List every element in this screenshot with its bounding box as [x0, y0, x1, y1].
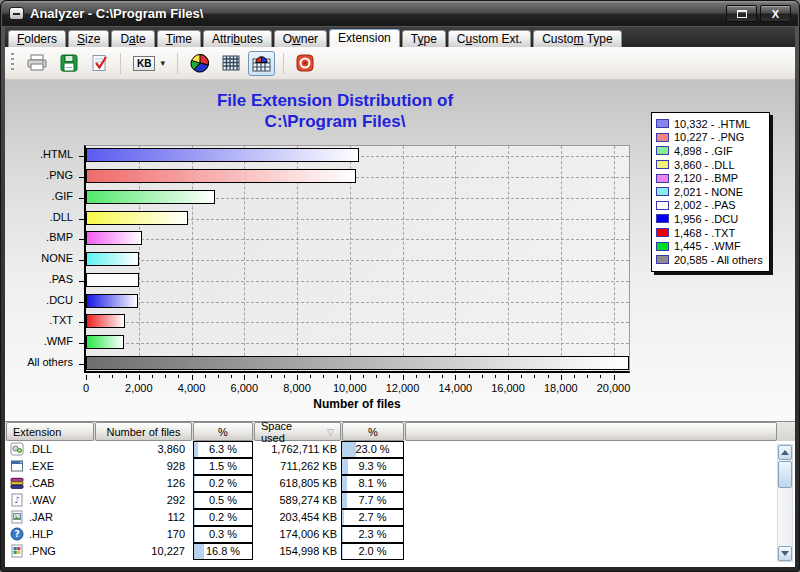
column-header-extension[interactable]: Extension [6, 422, 94, 441]
scroll-up-button[interactable] [778, 445, 792, 460]
x-axis-tick-label: 4,000 [178, 382, 206, 394]
chart-panel: File Extension Distribution of C:\Progra… [5, 80, 795, 421]
scrollbar-thumb[interactable] [778, 461, 792, 488]
x-axis-tick-label: 0 [83, 382, 89, 394]
x-axis-tick-label: 12,000 [386, 382, 420, 394]
x-axis-ticks: 02,0004,0006,0008,00010,00012,00014,0001… [84, 375, 632, 397]
category-label-bmp: .BMP [5, 231, 79, 243]
y-axis-tick [79, 364, 84, 365]
table-row-hlp[interactable]: ?.HLP170174,006 KB0.3 %2.3 % [5, 526, 776, 543]
gridline-horizontal [86, 260, 629, 261]
x-axis-tick-label: 8,000 [283, 382, 311, 394]
x-axis-major-tick [244, 375, 245, 380]
table-row-cab[interactable]: .CAB126618,805 KB0.2 %8.1 % [5, 475, 776, 492]
column-header--space[interactable]: % [342, 422, 404, 441]
x-axis-major-tick [403, 375, 404, 380]
tab-custom-ext[interactable]: Custom Ext. [448, 30, 531, 47]
cell-files-percent: 0.2 % [193, 509, 253, 526]
toolbar: KB ▾ [5, 47, 795, 80]
legend-label: 3,860 - .DLL [674, 159, 735, 171]
bar-none [86, 252, 139, 266]
table-icon [222, 55, 240, 71]
legend-label: 2,002 - .PAS [674, 199, 736, 211]
gridline-horizontal [86, 302, 629, 303]
save-button[interactable] [56, 51, 82, 76]
column-header-space-used[interactable]: Space used▽ [254, 422, 341, 441]
exit-button[interactable] [292, 51, 318, 76]
x-axis-minor-tick [218, 375, 219, 378]
plot-area [84, 145, 630, 373]
x-axis-minor-tick [178, 375, 179, 378]
category-label-wmf: .WMF [5, 335, 79, 347]
x-axis-tick-label: 6,000 [231, 382, 259, 394]
percent-label: 16.8 % [194, 544, 252, 559]
column-header-label: Space used [261, 420, 313, 444]
cell-space-used: 618,805 KB [249, 475, 337, 492]
x-axis-minor-tick [363, 375, 364, 378]
legend-item-pas: 2,002 - .PAS [656, 199, 763, 213]
tab-extension[interactable]: Extension [329, 29, 400, 47]
legend-swatch [656, 174, 669, 183]
column-header-[interactable]: % [193, 422, 253, 441]
table-row-exe[interactable]: .EXE928711,262 KB1.5 %9.3 % [5, 458, 776, 475]
legend-swatch [656, 133, 669, 142]
cell-number-of-files: 10,227 [93, 543, 185, 560]
x-axis-minor-tick [99, 375, 100, 378]
tab-time[interactable]: Time [157, 30, 201, 47]
svg-text:♪: ♪ [14, 495, 20, 505]
close-button[interactable]: X [760, 5, 791, 22]
legend-item-txt: 1,468 - .TXT [656, 226, 763, 240]
category-label-gif: .GIF [5, 190, 79, 202]
title-bar[interactable]: Analyzer - C:\Program Files\ X [2, 1, 798, 26]
table-scrollbar[interactable] [777, 444, 793, 562]
table-row-png[interactable]: .PNG10,227154,998 KB16.8 %2.0 % [5, 543, 776, 560]
cell-extension: .JAR [29, 509, 53, 526]
percent-label: 8.1 % [342, 476, 403, 491]
gridline-horizontal [86, 239, 629, 240]
bar-chart-table-icon [252, 55, 271, 72]
tab-owner[interactable]: Owner [274, 30, 327, 47]
column-header-number-of-files[interactable]: Number of files [95, 422, 192, 441]
hlp-icon: ? [10, 527, 24, 541]
system-menu-icon[interactable] [9, 7, 24, 20]
png-icon [10, 544, 24, 558]
tab-size[interactable]: Size [68, 30, 109, 47]
x-axis-minor-tick [112, 375, 113, 378]
x-axis-minor-tick [574, 375, 575, 378]
legend-item-png: 10,227 - .PNG [656, 131, 763, 145]
toolbar-grip[interactable] [11, 53, 14, 73]
table-row-dll[interactable]: .DLL3,8601,762,711 KB6.3 %23.0 % [5, 441, 776, 458]
x-axis-minor-tick [442, 375, 443, 378]
pie-chart-view-button[interactable] [186, 51, 214, 76]
x-axis-minor-tick [534, 375, 535, 378]
table-row-jar[interactable]: .JAR112203,454 KB0.2 %2.7 % [5, 509, 776, 526]
report-button[interactable] [86, 51, 112, 76]
legend-item-dcu: 1,956 - .DCU [656, 212, 763, 226]
print-button[interactable] [22, 51, 52, 76]
cell-files-percent: 0.2 % [193, 475, 253, 492]
tab-attributes[interactable]: Attributes [203, 30, 272, 47]
x-axis-minor-tick [205, 375, 206, 378]
table-view-button[interactable] [218, 51, 244, 76]
table-body: .DLL3,8601,762,711 KB6.3 %23.0 %.EXE9287… [5, 441, 776, 567]
bar-chart-view-button[interactable] [248, 51, 275, 76]
maximize-button[interactable] [726, 5, 757, 22]
tab-type[interactable]: Type [402, 30, 446, 47]
tab-date[interactable]: Date [111, 30, 154, 47]
save-icon [60, 54, 78, 72]
cell-files-percent: 6.3 % [193, 441, 253, 458]
percent-label: 2.3 % [342, 527, 403, 542]
legend-label: 2,120 - .BMP [674, 172, 738, 184]
cell-space-used: 174,006 KB [249, 526, 337, 543]
unit-dropdown-button[interactable]: KB ▾ [129, 51, 169, 76]
tab-custom-type[interactable]: Custom Type [533, 30, 622, 47]
x-axis-major-tick [508, 375, 509, 380]
legend-swatch [656, 146, 669, 155]
cell-space-used: 154,998 KB [249, 543, 337, 560]
cell-extension: .WAV [29, 492, 56, 509]
scroll-down-button[interactable] [778, 546, 792, 561]
tab-folders[interactable]: Folders [8, 30, 66, 47]
gridline-vertical [455, 146, 456, 371]
table-row-wav[interactable]: ♪.WAV292589,274 KB0.5 %7.7 % [5, 492, 776, 509]
percent-label: 7.7 % [342, 493, 403, 508]
